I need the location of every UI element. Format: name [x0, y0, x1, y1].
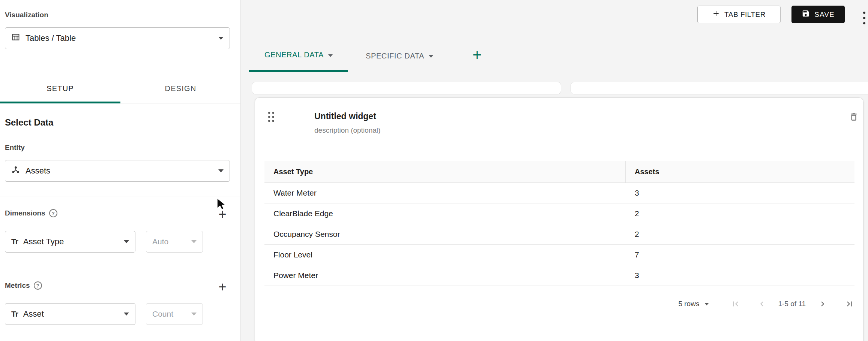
divider [0, 337, 241, 337]
visualization-select[interactable]: Tables / Table [5, 27, 230, 49]
chevron-down-icon [429, 55, 433, 58]
entity-label: Entity [5, 144, 25, 152]
visualization-value: Tables / Table [26, 33, 76, 43]
help-icon[interactable]: ? [34, 281, 42, 290]
dimensions-header: Dimensions ? [5, 209, 57, 217]
cell-assets: 2 [626, 230, 854, 239]
dashboard-builder: Visualization Tables / Table SETUP DESIG… [0, 0, 868, 341]
add-dimension-button[interactable]: + [215, 207, 230, 222]
table-row: Floor Level 7 [264, 245, 854, 265]
metric-field-select[interactable]: Tr Asset [5, 303, 135, 325]
sidebar: Visualization Tables / Table SETUP DESIG… [0, 0, 241, 341]
more-options-icon[interactable] [860, 9, 868, 27]
cell-asset-type: Floor Level [264, 250, 626, 259]
dimension-mode-select[interactable]: Auto [146, 231, 203, 253]
chevron-down-icon [704, 303, 709, 305]
tab-general-data-label: GENERAL DATA [264, 51, 324, 59]
next-page-button[interactable] [818, 299, 827, 309]
text-type-icon: Tr [11, 237, 18, 246]
dimension-field-value: Asset Type [23, 237, 64, 247]
chevron-down-icon [218, 169, 224, 172]
previous-page-button [757, 299, 767, 309]
table-pagination: 5 rows 1-5 of 11 [264, 294, 854, 314]
tab-general-data[interactable]: GENERAL DATA [249, 40, 348, 72]
add-metric-button[interactable]: + [215, 280, 230, 295]
cell-asset-type: Water Meter [264, 188, 626, 197]
dimension-mode-value: Auto [152, 237, 168, 246]
table-row: Water Meter 3 [264, 183, 854, 203]
widget-table: Asset Type Assets Water Meter 3 ClearBla… [264, 161, 854, 286]
tab-design[interactable]: DESIGN [120, 74, 241, 103]
entity-value: Assets [26, 166, 50, 176]
cell-assets: 3 [626, 271, 854, 280]
chevron-down-icon [218, 37, 224, 40]
drag-handle-icon[interactable] [267, 111, 275, 124]
rows-per-page-select[interactable]: 5 rows [678, 300, 709, 308]
last-page-button[interactable] [845, 299, 854, 309]
tab-filter-label: TAB FILTER [724, 10, 766, 19]
save-label: SAVE [814, 10, 834, 19]
rows-per-page-value: 5 rows [678, 300, 699, 308]
chevron-down-icon [191, 240, 197, 243]
select-data-title: Select Data [5, 117, 53, 128]
first-page-button [731, 299, 740, 309]
metrics-label: Metrics [5, 281, 30, 290]
collapsed-card [252, 82, 561, 94]
cell-asset-type: Occupancy Sensor [264, 230, 626, 239]
table-row: ClearBlade Edge 2 [264, 203, 854, 224]
chevron-down-icon [124, 313, 129, 316]
metric-aggregation-select[interactable]: Count [146, 303, 203, 325]
collapsed-card [571, 82, 868, 94]
tab-filter-button[interactable]: TAB FILTER [697, 6, 781, 23]
column-header-asset-type: Asset Type [264, 161, 626, 182]
save-button[interactable]: SAVE [791, 6, 845, 23]
text-type-icon: Tr [11, 310, 18, 319]
delete-widget-button[interactable] [849, 112, 859, 123]
metric-field-value: Asset [23, 309, 44, 319]
tab-specific-data-label: SPECIFIC DATA [366, 52, 424, 60]
save-icon [802, 9, 810, 19]
chevron-down-icon [191, 313, 197, 316]
cell-assets: 2 [626, 209, 854, 218]
cell-asset-type: ClearBlade Edge [264, 209, 626, 218]
table-header-row: Asset Type Assets [264, 161, 854, 183]
help-icon[interactable]: ? [49, 209, 57, 217]
metrics-header: Metrics ? [5, 281, 42, 290]
chevron-down-icon [124, 240, 129, 243]
table-icon [11, 33, 20, 44]
widget-title: Untitled widget [314, 111, 376, 121]
tab-specific-data[interactable]: SPECIFIC DATA [351, 40, 448, 72]
widget-card: Untitled widget description (optional) A… [255, 97, 863, 341]
tab-setup[interactable]: SETUP [0, 74, 120, 103]
dimensions-label: Dimensions [5, 209, 45, 217]
pagination-range-label: 1-5 of 11 [778, 300, 806, 308]
divider [0, 196, 241, 196]
cell-assets: 3 [626, 188, 854, 197]
chevron-down-icon [328, 54, 333, 57]
table-row: Occupancy Sensor 2 [264, 224, 854, 245]
cell-assets: 7 [626, 250, 854, 259]
visualization-label: Visualization [5, 11, 48, 19]
entity-select[interactable]: Assets [5, 160, 230, 182]
cell-asset-type: Power Meter [264, 271, 626, 280]
widget-description: description (optional) [314, 126, 380, 135]
table-row: Power Meter 3 [264, 265, 854, 286]
column-header-assets: Assets [626, 161, 854, 182]
plus-icon [712, 10, 720, 19]
add-tab-button[interactable]: + [468, 45, 486, 65]
sidebar-tabs: SETUP DESIGN [0, 74, 241, 103]
metric-aggregation-value: Count [152, 310, 173, 319]
assets-icon [11, 165, 20, 176]
dimension-field-select[interactable]: Tr Asset Type [5, 231, 135, 253]
